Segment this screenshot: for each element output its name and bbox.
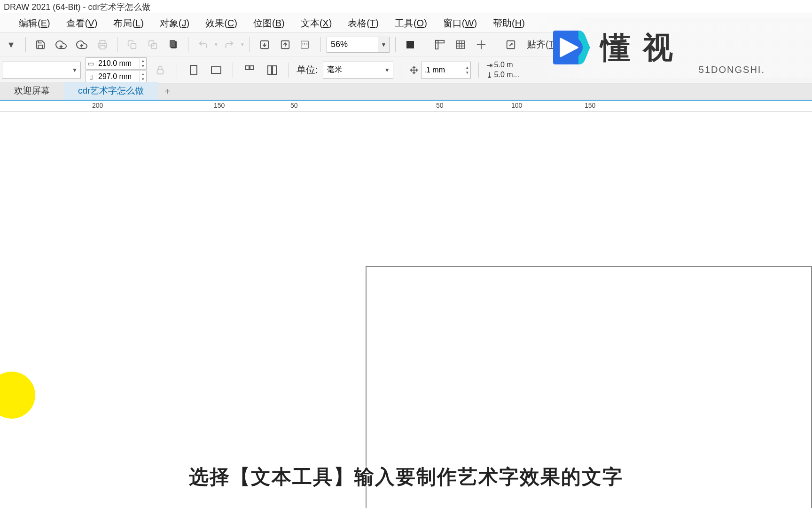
dup-x-value[interactable]: 5.0 m (494, 61, 513, 69)
export-icon[interactable] (276, 36, 294, 53)
guides-icon[interactable] (472, 36, 490, 53)
unit-label: 单位: (297, 64, 318, 76)
duplicate-distance: ⇥ 5.0 m ⤓ 5.0 m... (486, 61, 519, 79)
page-size-combo[interactable]: ▼ (2, 62, 81, 79)
watermark: 懂 视 51DONGSHI. (535, 17, 812, 78)
redo-icon[interactable] (220, 36, 238, 53)
rulers-icon[interactable] (431, 36, 449, 53)
save-icon[interactable] (31, 36, 49, 53)
nudge-input[interactable]: ▴▾ (421, 62, 471, 79)
page-height-input[interactable]: ▯ ▴▾ (86, 71, 147, 83)
spinner[interactable]: ▴▾ (464, 65, 470, 75)
menu-window[interactable]: 窗口(W) (443, 17, 477, 30)
unit-combo[interactable]: 毫米 ▼ (323, 62, 393, 79)
tab-document[interactable]: cdr艺术字怎么做 (64, 82, 158, 100)
tab-welcome[interactable]: 欢迎屏幕 (0, 82, 64, 100)
svg-rect-5 (170, 40, 175, 47)
menu-object[interactable]: 对象(J) (160, 17, 189, 30)
print-icon[interactable] (94, 36, 111, 53)
svg-rect-21 (157, 70, 164, 74)
canvas[interactable]: 200 150 50 50 100 150 (0, 101, 812, 508)
svg-rect-12 (436, 40, 444, 43)
new-dropdown-icon[interactable]: ▾ (2, 36, 20, 53)
dup-y-icon: ⤓ (486, 71, 492, 79)
cloud-down-icon[interactable] (52, 36, 70, 53)
title-bar: DRAW 2021 (64-Bit) - cdr艺术字怎么做 (0, 0, 812, 14)
zoom-combo[interactable]: 56% ▼ (327, 37, 390, 53)
svg-rect-10 (406, 41, 414, 48)
spinner[interactable]: ▴▾ (140, 58, 146, 69)
svg-rect-24 (245, 66, 249, 70)
watermark-text: 懂 视 (601, 27, 675, 68)
svg-rect-23 (211, 67, 221, 73)
svg-rect-0 (100, 45, 105, 48)
current-page-icon[interactable] (263, 62, 281, 79)
document-tabs: 欢迎屏幕 cdr艺术字怎么做 + (0, 84, 812, 101)
menu-text[interactable]: 文本(X) (301, 17, 332, 30)
menu-help[interactable]: 帮助(H) (493, 17, 525, 30)
svg-rect-26 (268, 66, 272, 74)
portrait-icon[interactable] (185, 62, 203, 79)
watermark-subtext: 51DONGSHI. (699, 64, 765, 75)
nudge-icon (409, 65, 419, 75)
video-subtitle: 选择【文本工具】输入要制作艺术字效果的文字 (0, 464, 812, 490)
dup-x-icon: ⇥ (486, 61, 492, 70)
cursor-highlight-icon (0, 372, 35, 419)
height-icon: ▯ (86, 73, 96, 80)
width-icon: ▭ (86, 60, 96, 67)
menu-tools[interactable]: 工具(O) (395, 17, 427, 30)
lock-ratio-icon[interactable] (151, 62, 169, 79)
dup-y-value[interactable]: 5.0 m... (494, 71, 519, 79)
undo-icon[interactable] (194, 36, 212, 53)
tab-add-button[interactable]: + (158, 83, 177, 100)
fullscreen-icon[interactable] (401, 36, 419, 53)
clipboard-icon[interactable] (164, 36, 182, 53)
landscape-icon[interactable] (207, 62, 225, 79)
menu-bitmap[interactable]: 位图(B) (253, 17, 285, 30)
svg-rect-1 (131, 43, 136, 48)
svg-rect-27 (273, 66, 276, 74)
pdf-icon[interactable]: PDF (297, 36, 315, 53)
svg-rect-13 (457, 40, 465, 48)
svg-rect-22 (190, 65, 197, 75)
menu-edit[interactable]: 编辑(E) (19, 17, 50, 30)
zoom-value: 56% (331, 40, 348, 49)
chevron-down-icon[interactable]: ▼ (378, 37, 390, 53)
copy-icon[interactable] (123, 36, 141, 53)
import-icon[interactable] (256, 36, 273, 53)
nudge-group: ▴▾ (409, 62, 471, 79)
app-title: DRAW 2021 (64-Bit) - cdr艺术字怎么做 (4, 2, 150, 12)
spinner[interactable]: ▴▾ (140, 71, 146, 82)
menu-table[interactable]: 表格(T) (348, 17, 379, 30)
watermark-logo-icon (549, 26, 591, 69)
menu-layout[interactable]: 布局(L) (113, 17, 143, 30)
all-pages-icon[interactable] (241, 62, 258, 79)
cloud-up-icon[interactable] (73, 36, 91, 53)
grid-icon[interactable] (452, 36, 469, 53)
horizontal-ruler[interactable]: 200 150 50 50 100 150 (0, 101, 812, 112)
paste-icon[interactable] (144, 36, 162, 53)
page-dimensions: ▭ ▴▾ ▯ ▴▾ (86, 57, 147, 83)
svg-rect-25 (250, 66, 254, 70)
page-width-input[interactable]: ▭ ▴▾ (86, 57, 147, 70)
menu-effect[interactable]: 效果(C) (205, 17, 237, 30)
unit-value: 毫米 (323, 65, 346, 75)
svg-text:PDF: PDF (302, 42, 309, 45)
menu-view[interactable]: 查看(V) (66, 17, 98, 30)
launch-icon[interactable] (502, 36, 520, 53)
